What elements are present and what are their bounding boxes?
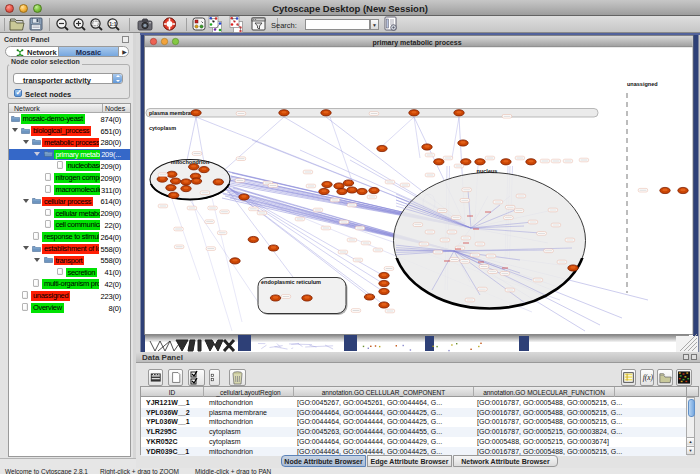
svg-text:nucleus: nucleus	[477, 168, 498, 174]
svg-text:plasma membrane: plasma membrane	[149, 110, 197, 116]
svg-text:cytoplasm: cytoplasm	[149, 125, 176, 131]
svg-text:unassigned: unassigned	[627, 81, 658, 87]
svg-text:1:1: 1:1	[109, 21, 116, 27]
svg-text:primary metabolic process: primary metabolic process	[372, 39, 461, 47]
svg-text:endoplasmic reticulum: endoplasmic reticulum	[261, 279, 321, 285]
svg-text:f(x): f(x)	[642, 373, 653, 382]
